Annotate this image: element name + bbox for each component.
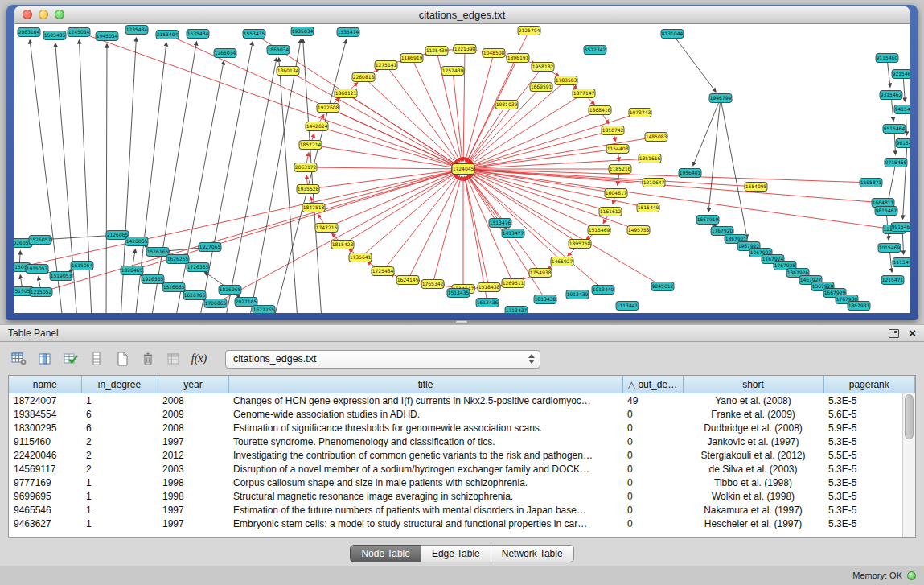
graph-node[interactable]: 1554098 — [745, 183, 767, 192]
table-row[interactable]: 946554611997Estimation of the future num… — [9, 503, 915, 517]
import-table-icon[interactable] — [162, 349, 184, 369]
graph-node[interactable]: 1922608 — [317, 104, 339, 113]
window-titlebar[interactable]: citations_edges.txt — [14, 6, 910, 24]
graph-node[interactable]: 2063104 — [18, 28, 40, 37]
table-row[interactable]: 2242004622012Investigating the contribut… — [9, 448, 915, 462]
graph-node[interactable]: 1161612 — [599, 208, 622, 216]
hub-node[interactable]: 1724045 — [452, 164, 474, 175]
graph-node[interactable]: 1210647 — [643, 179, 665, 187]
close-window-button[interactable] — [23, 10, 32, 19]
graph-node[interactable]: 1726865 — [204, 299, 227, 308]
graph-node[interactable]: 2153404 — [156, 31, 179, 39]
delete-column-icon[interactable] — [137, 349, 158, 369]
network-canvas[interactable]: 1724045118521616046171161612151546918957… — [14, 24, 910, 313]
graph-node[interactable]: 1245034 — [68, 28, 90, 37]
zoom-window-button[interactable] — [55, 10, 64, 19]
graph-node[interactable]: 1667919 — [696, 216, 719, 225]
graph-node[interactable]: 9615465 — [896, 139, 910, 148]
column-header-year[interactable]: year — [158, 376, 228, 393]
graph-node[interactable]: 1526165 — [146, 248, 169, 257]
graph-node[interactable]: 1269511 — [502, 279, 524, 288]
graph-node[interactable]: 1669591 — [530, 83, 552, 92]
column-header-short[interactable]: short — [683, 376, 823, 393]
graph-node[interactable]: 1624145 — [396, 276, 419, 285]
graph-node[interactable]: 1747215 — [315, 224, 338, 233]
graph-node[interactable]: 9415463 — [894, 105, 910, 114]
table-row[interactable]: 911546021997Tourette syndrome. Phenomeno… — [9, 435, 915, 448]
graph-node[interactable]: 1413477 — [502, 229, 524, 238]
graph-node[interactable]: 1860134 — [277, 67, 299, 76]
graph-node[interactable]: 1535474 — [337, 28, 359, 37]
graph-node[interactable]: 1535434 — [187, 30, 209, 39]
graph-node[interactable]: 1956401 — [679, 169, 701, 178]
create-column-icon[interactable] — [111, 349, 133, 369]
graph-node[interactable]: 1252439 — [441, 67, 464, 76]
graph-node[interactable]: 1535435 — [43, 31, 66, 40]
graph-node[interactable]: 9815467 — [875, 207, 897, 216]
graph-node[interactable]: 1515449 — [637, 204, 659, 212]
graph-node[interactable]: 1626765 — [183, 291, 206, 300]
show-columns-icon[interactable] — [34, 349, 55, 369]
graph-node[interactable]: 1553435 — [243, 30, 265, 39]
graph-node[interactable]: 1958182 — [532, 63, 554, 72]
table-scrollbar-thumb[interactable] — [905, 394, 914, 439]
graph-node[interactable]: 1857214 — [299, 141, 322, 150]
table-row[interactable]: 969969511998Structural magnetic resonanc… — [9, 489, 915, 503]
graph-node[interactable]: 1867931 — [848, 302, 870, 311]
graph-node[interactable]: 1767920 — [711, 227, 733, 236]
graph-node[interactable]: 1945034 — [96, 32, 118, 41]
graph-node[interactable]: 1265034 — [214, 49, 236, 58]
graph-node[interactable]: 1515469 — [588, 226, 610, 235]
function-builder-icon[interactable]: f(x) — [188, 349, 210, 369]
network-table-select[interactable]: citations_edges.txt — [225, 350, 540, 369]
minimize-window-button[interactable] — [39, 10, 48, 19]
tab-edge-table[interactable]: Edge Table — [421, 545, 491, 562]
graph-node[interactable]: 1895758 — [569, 240, 591, 249]
graph-node[interactable]: 1946794 — [709, 94, 732, 103]
graph-node[interactable]: 1981039 — [495, 101, 518, 109]
graph-node[interactable]: 1595871 — [860, 179, 882, 187]
graph-node[interactable]: 1426065 — [125, 237, 148, 246]
graph-node[interactable]: 1913439 — [566, 290, 589, 299]
graph-node[interactable]: 1847518 — [302, 204, 325, 212]
float-panel-icon[interactable] — [889, 329, 899, 338]
graph-node[interactable]: 1810742 — [602, 126, 624, 135]
graph-node[interactable]: 1013440 — [592, 286, 614, 295]
graph-node[interactable]: 1935034 — [291, 27, 314, 36]
table-settings-icon[interactable] — [8, 349, 30, 369]
table-scrollbar[interactable] — [902, 393, 915, 537]
table-row[interactable]: 946362711997Embryonic stem cells: a mode… — [9, 517, 915, 530]
graph-node[interactable]: 1235434 — [125, 26, 148, 35]
graph-node[interactable]: 1048508 — [483, 49, 505, 58]
graph-node[interactable]: 9245012 — [651, 282, 674, 291]
column-header-name[interactable]: name — [9, 376, 81, 393]
graph-node[interactable]: 9315462 — [880, 91, 902, 100]
graph-node[interactable]: 1896191 — [507, 54, 529, 63]
graph-node[interactable]: 1519053 — [50, 272, 72, 281]
graph-node[interactable]: 1485083 — [645, 133, 667, 142]
row-height-icon[interactable] — [85, 349, 107, 369]
graph-node[interactable]: 1735641 — [349, 253, 372, 262]
graph-node[interactable]: 1015469 — [878, 244, 901, 253]
graph-node[interactable]: 5572342 — [584, 46, 606, 55]
graph-node[interactable]: 1915053 — [26, 265, 48, 274]
select-all-icon[interactable] — [60, 349, 81, 369]
graph-node[interactable]: 1627265 — [253, 306, 275, 314]
table-row[interactable]: 1456911722003Disruption of a novel membe… — [9, 462, 915, 476]
graph-node[interactable]: 1465927 — [551, 257, 573, 266]
graph-node[interactable]: 1495758 — [627, 226, 650, 235]
column-header-out_de[interactable]: △ out_de… — [622, 376, 683, 393]
citation-graph[interactable]: 1724045118521616046171161612151546918957… — [14, 24, 910, 313]
graph-node[interactable]: 1813438 — [534, 295, 556, 304]
graph-node[interactable]: 1513435 — [447, 289, 470, 298]
graph-node[interactable]: 1275141 — [375, 61, 397, 70]
graph-node[interactable]: 9715466 — [885, 159, 907, 167]
graph-node[interactable]: 1973743 — [629, 109, 651, 117]
graph-node[interactable]: 1726365 — [187, 263, 209, 272]
graph-node[interactable]: 1604617 — [605, 189, 627, 198]
graph-node[interactable]: 2260818 — [352, 73, 375, 82]
graph-node[interactable]: 2125704 — [518, 27, 540, 35]
graph-node[interactable]: 1868416 — [589, 106, 611, 115]
graph-node[interactable]: 1754938 — [529, 269, 552, 278]
graph-node[interactable]: 1113441 — [616, 302, 639, 311]
